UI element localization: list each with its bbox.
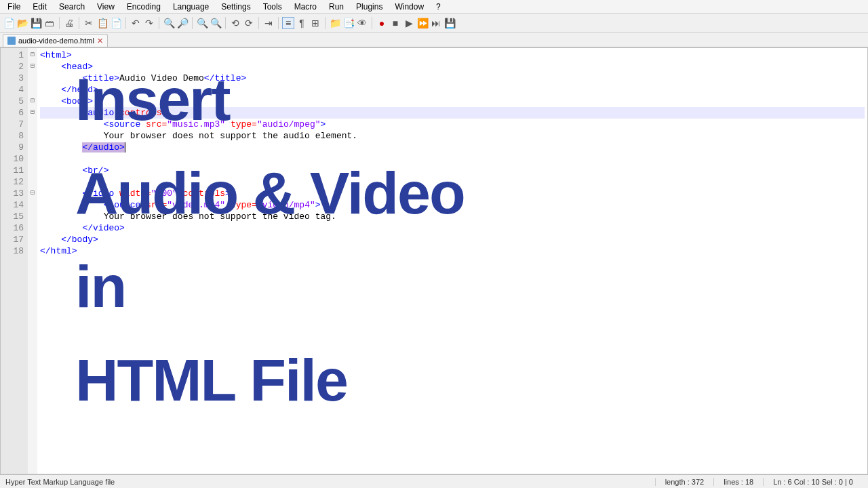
menu-file[interactable]: File bbox=[1, 1, 26, 12]
showall-icon[interactable]: ¶ bbox=[296, 17, 308, 29]
print-icon[interactable]: 🖨 bbox=[63, 17, 75, 29]
status-lines: lines : 18 bbox=[713, 478, 763, 486]
separator bbox=[192, 17, 193, 29]
menu-language[interactable]: Language bbox=[167, 1, 215, 12]
separator bbox=[225, 17, 226, 29]
folder-icon[interactable]: 📁 bbox=[329, 17, 341, 29]
separator bbox=[125, 17, 126, 29]
fold-column[interactable]: ⊟⊟⊟⊟⊟ bbox=[28, 48, 37, 474]
menu-edit[interactable]: Edit bbox=[26, 1, 53, 12]
menu-?[interactable]: ? bbox=[430, 1, 447, 12]
replace-icon[interactable]: 🔎 bbox=[176, 17, 189, 29]
menu-plugins[interactable]: Plugins bbox=[350, 1, 389, 12]
status-position: Ln : 6 Col : 10 Sel : 0 | 0 bbox=[763, 478, 863, 486]
save-all-icon[interactable]: 🗃 bbox=[43, 17, 56, 29]
guide-icon[interactable]: ⊞ bbox=[309, 17, 321, 29]
undo-icon[interactable]: ↶ bbox=[130, 17, 142, 29]
doc-icon[interactable]: 📑 bbox=[342, 17, 355, 29]
redo-icon[interactable]: ↷ bbox=[143, 17, 155, 29]
menu-run[interactable]: Run bbox=[323, 1, 350, 12]
line-gutter: 123456789101112131415161718 bbox=[1, 48, 28, 474]
editor[interactable]: 123456789101112131415161718 ⊟⊟⊟⊟⊟ <html>… bbox=[0, 47, 868, 474]
menubar: FileEditSearchViewEncodingLanguageSettin… bbox=[0, 0, 868, 14]
sync-icon[interactable]: ⟲ bbox=[229, 17, 241, 29]
zoom-in-icon[interactable]: 🔍 bbox=[196, 17, 208, 29]
separator bbox=[59, 17, 60, 29]
indent-icon[interactable]: ⇥ bbox=[262, 17, 275, 29]
menu-encoding[interactable]: Encoding bbox=[121, 1, 167, 12]
sync2-icon[interactable]: ⟳ bbox=[243, 17, 255, 29]
new-file-icon[interactable]: 📄 bbox=[3, 17, 15, 29]
zoom-out-icon[interactable]: 🔍 bbox=[210, 17, 222, 29]
monitor-icon[interactable]: 👁 bbox=[356, 17, 368, 29]
savemacro-icon[interactable]: 💾 bbox=[443, 17, 456, 29]
menu-settings[interactable]: Settings bbox=[215, 1, 256, 12]
file-tab[interactable]: audio-video-demo.html ✕ bbox=[3, 34, 108, 47]
separator bbox=[372, 17, 372, 29]
tabbar: audio-video-demo.html ✕ bbox=[0, 33, 868, 47]
play-icon[interactable]: ▶ bbox=[403, 17, 415, 29]
separator bbox=[159, 17, 159, 29]
close-tab-icon[interactable]: ✕ bbox=[97, 37, 103, 45]
tab-label: audio-video-demo.html bbox=[18, 37, 94, 45]
status-length: length : 372 bbox=[655, 478, 714, 486]
save-icon[interactable]: 💾 bbox=[30, 17, 42, 29]
separator bbox=[278, 17, 279, 29]
cut-icon[interactable]: ✂ bbox=[83, 17, 95, 29]
statusbar: Hyper Text Markup Language file length :… bbox=[0, 474, 868, 488]
separator bbox=[79, 17, 79, 29]
code-area[interactable]: <html> <head> <title>Audio Video Demo</t… bbox=[37, 48, 867, 474]
toolbar: 📄 📂 💾 🗃 🖨 ✂ 📋 📄 ↶ ↷ 🔍 🔎 🔍 🔍 ⟲ ⟳ ⇥ ≡ ¶ ⊞ … bbox=[0, 14, 868, 33]
fast-icon[interactable]: ⏩ bbox=[416, 17, 429, 29]
file-icon bbox=[7, 37, 16, 45]
wordwrap-icon[interactable]: ≡ bbox=[282, 17, 294, 29]
playmulti-icon[interactable]: ⏭ bbox=[430, 17, 442, 29]
stop-icon[interactable]: ■ bbox=[389, 17, 401, 29]
find-icon[interactable]: 🔍 bbox=[163, 17, 175, 29]
status-language: Hyper Text Markup Language file bbox=[5, 478, 655, 486]
copy-icon[interactable]: 📋 bbox=[96, 17, 108, 29]
open-file-icon[interactable]: 📂 bbox=[16, 17, 28, 29]
paste-icon[interactable]: 📄 bbox=[110, 17, 122, 29]
menu-macro[interactable]: Macro bbox=[288, 1, 323, 12]
separator bbox=[258, 17, 259, 29]
separator bbox=[325, 17, 326, 29]
menu-search[interactable]: Search bbox=[53, 1, 91, 12]
menu-tools[interactable]: Tools bbox=[257, 1, 288, 12]
menu-window[interactable]: Window bbox=[389, 1, 430, 12]
menu-view[interactable]: View bbox=[91, 1, 121, 12]
record-icon[interactable]: ● bbox=[376, 17, 388, 29]
